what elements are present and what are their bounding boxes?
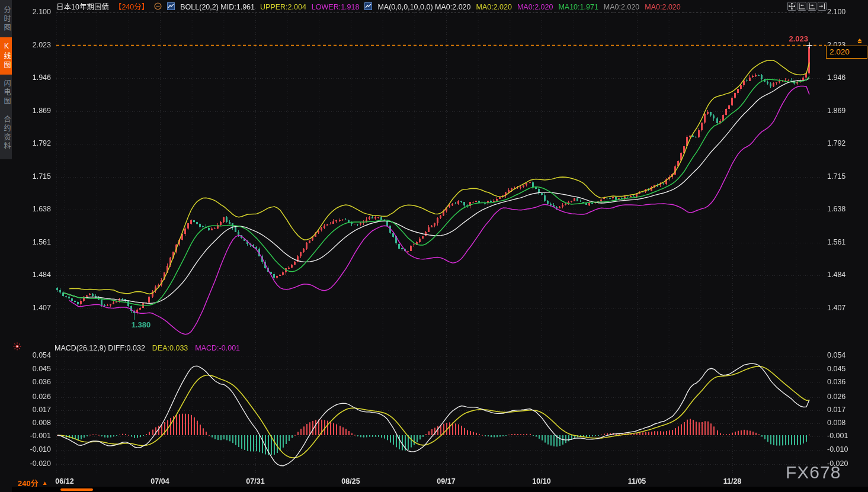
macd-tick-right: 0.008 <box>827 419 865 427</box>
price-tick-left: 2.100 <box>13 8 51 16</box>
jump-latest-button[interactable] <box>818 2 827 11</box>
pan-right-button[interactable] <box>808 2 816 11</box>
sidebar-item-contract-info[interactable]: 合约资料 <box>0 111 12 156</box>
indicator-value: BOLL(20,2) MID:1.961 <box>180 2 255 12</box>
macd-tick-right: 0.017 <box>827 406 865 414</box>
chart-toolbar <box>787 2 827 11</box>
macd-flash-icon <box>13 342 21 353</box>
macd-tick-left: 0.045 <box>13 365 51 373</box>
date-tick: 07/31 <box>235 477 276 485</box>
horizontal-scrollbar[interactable] <box>12 487 868 492</box>
session-high-label: 2.023 <box>771 34 808 43</box>
date-tick: 08/25 <box>330 477 371 485</box>
macd-tick-right: 0.036 <box>827 378 865 386</box>
date-tick: 06/12 <box>44 477 85 485</box>
macd-tick-left: -0.010 <box>13 445 51 454</box>
macd-tick-right: 0.054 <box>827 351 865 359</box>
price-up-arrow-icon <box>856 38 864 49</box>
macd-indicator-value: MACD(26,12,9) DIFF:0.032 <box>55 344 145 352</box>
macd-tick-left: 0.017 <box>13 406 51 414</box>
sidebar-strip: 分时图K线图闪电图合约资料 <box>0 0 12 159</box>
indicator-value: MA(0,0,0,10,0,0) MA0:2.020 <box>377 2 470 12</box>
macd-tick-right: 0.026 <box>827 393 865 401</box>
macd-tick-right: 0.045 <box>827 365 865 373</box>
date-tick: 11/28 <box>712 477 753 485</box>
price-tick-right: 2.100 <box>827 8 865 16</box>
price-tick-right: 1.407 <box>827 304 865 312</box>
macd-indicator-value: DEA:0.033 <box>152 344 188 352</box>
price-tick-right: 1.484 <box>827 271 865 279</box>
indicator-chart-icon <box>167 2 175 12</box>
price-tick-left: 1.561 <box>13 238 51 246</box>
date-tick: 10/10 <box>521 477 562 485</box>
macd-tick-left: -0.020 <box>13 459 51 468</box>
sidebar: 分时图K线图闪电图合约资料 <box>0 0 12 492</box>
macd-header: MACD(26,12,9) DIFF:0.032DEA:0.033MACD:-0… <box>55 344 240 352</box>
session-low-label: 1.380 <box>122 320 160 329</box>
sidebar-item-flash-chart[interactable]: 闪电图 <box>0 75 12 111</box>
indicator-chart-icon <box>364 2 372 12</box>
price-tick-left: 1.484 <box>13 271 51 279</box>
sidebar-item-time-chart[interactable]: 分时图 <box>0 1 12 37</box>
price-tick-right: 1.638 <box>827 205 865 213</box>
macd-tick-left: 0.036 <box>13 378 51 386</box>
chevron-up-icon: ▲ <box>42 480 48 486</box>
price-tick-left: 1.638 <box>13 205 51 213</box>
date-tick: 07/04 <box>139 477 181 485</box>
date-tick: 11/05 <box>616 477 658 485</box>
indicator-value: MA0:2.020 <box>645 2 680 12</box>
macd-tick-left: -0.001 <box>13 432 51 440</box>
macd-tick-right: -0.010 <box>827 445 865 454</box>
price-tick-left: 2.023 <box>13 41 51 49</box>
indicator-value: MA0:2.020 <box>604 2 639 12</box>
pan-left-button[interactable] <box>797 2 806 11</box>
price-tick-left: 1.407 <box>13 304 51 312</box>
macd-tick-left: 0.026 <box>13 393 51 401</box>
scrollbar-thumb[interactable] <box>60 488 93 491</box>
price-tick-right: 1.561 <box>827 238 865 246</box>
indicator-value: MA0:2.020 <box>476 2 511 12</box>
indicator-header: 日本10年期国债【240分】BOLL(20,2) MID:1.961UPPER:… <box>56 2 681 12</box>
chart-canvas[interactable] <box>0 0 868 492</box>
price-tick-right: 1.792 <box>827 139 865 147</box>
price-tick-left: 1.869 <box>13 107 51 115</box>
price-tick-right: 1.946 <box>827 73 865 82</box>
indicator-value: 日本10年期国债 <box>56 2 109 12</box>
macd-indicator-value: MACD:-0.001 <box>195 344 240 352</box>
move-button[interactable] <box>787 2 796 11</box>
indicator-value: MA10:1.971 <box>558 2 598 12</box>
sidebar-item-kline-chart[interactable]: K线图 <box>0 37 12 75</box>
indicator-value: UPPER:2.004 <box>260 2 306 12</box>
macd-tick-left: 0.008 <box>13 419 51 427</box>
macd-tick-right: -0.001 <box>827 432 865 440</box>
app-root: 分时图K线图闪电图合约资料 日本10年期国债【240分】BOLL(20,2) M… <box>0 0 868 492</box>
price-tick-right: 1.715 <box>827 172 865 181</box>
indicator-value: 【240分】 <box>114 2 149 12</box>
brand-watermark: FX678 <box>786 462 841 483</box>
indicator-value: LOWER:1.918 <box>312 2 360 12</box>
price-tick-left: 1.792 <box>13 139 51 147</box>
indicator-value: MA0:2.020 <box>517 2 553 12</box>
interval-settings-icon[interactable] <box>154 2 162 12</box>
price-tick-left: 1.715 <box>13 172 51 181</box>
price-tick-right: 1.869 <box>827 107 865 115</box>
date-tick: 09/17 <box>425 477 467 485</box>
price-tick-left: 1.946 <box>13 73 51 82</box>
